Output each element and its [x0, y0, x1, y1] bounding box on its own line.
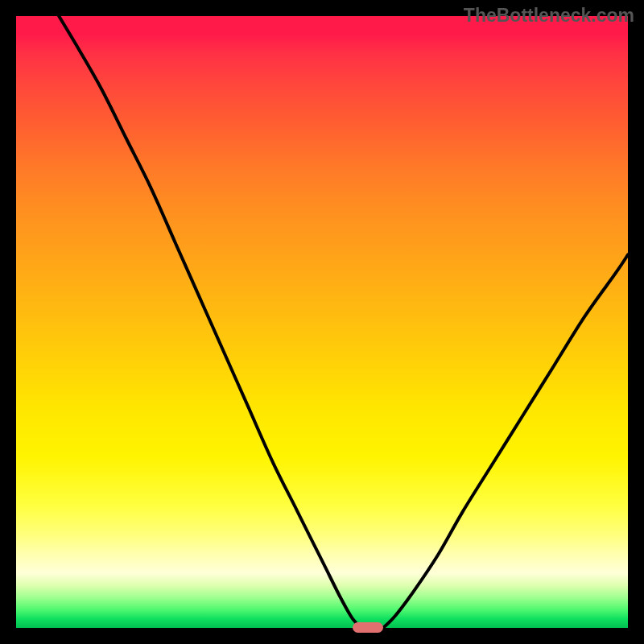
curve-svg [16, 16, 628, 628]
bottleneck-marker [353, 622, 383, 633]
left-curve [59, 16, 361, 628]
chart-container: TheBottleneck.com [0, 0, 644, 644]
plot-area [16, 16, 628, 628]
watermark-text: TheBottleneck.com [464, 5, 634, 27]
right-curve [383, 254, 628, 628]
